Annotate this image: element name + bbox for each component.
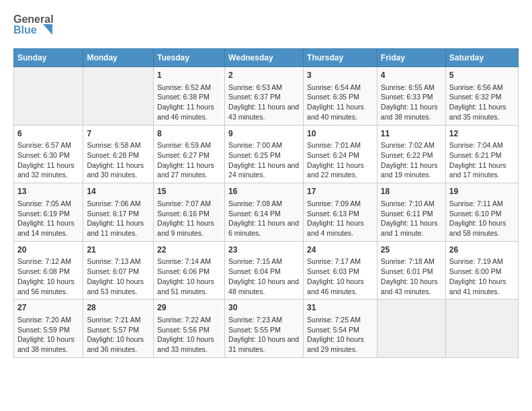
day-info: Daylight: 10 hours and 51 minutes.	[157, 277, 221, 296]
day-info: Sunset: 6:25 PM	[228, 150, 300, 161]
day-number: 1	[157, 70, 221, 81]
day-number: 28	[87, 302, 150, 314]
day-cell: 10Sunrise: 7:01 AMSunset: 6:24 PMDayligh…	[304, 125, 378, 183]
day-info: Daylight: 11 hours and 9 minutes.	[157, 218, 221, 238]
week-row-2: 6Sunrise: 6:57 AMSunset: 6:30 PMDaylight…	[14, 125, 519, 183]
col-header-tuesday: Tuesday	[154, 49, 225, 67]
day-info: Sunrise: 7:04 AM	[449, 140, 515, 150]
day-number: 2	[228, 70, 300, 81]
day-info: Daylight: 10 hours and 48 minutes.	[228, 277, 300, 296]
day-cell: 28Sunrise: 7:21 AMSunset: 5:57 PMDayligh…	[83, 300, 154, 358]
day-info: Sunset: 6:35 PM	[307, 92, 373, 102]
week-row-1: 1Sunrise: 6:52 AMSunset: 6:38 PMDaylight…	[14, 67, 519, 126]
day-cell: 21Sunrise: 7:13 AMSunset: 6:07 PMDayligh…	[83, 241, 154, 300]
day-info: Sunset: 6:10 PM	[449, 209, 515, 219]
day-info: Daylight: 11 hours and 32 minutes.	[17, 161, 79, 180]
day-cell: 3Sunrise: 6:54 AMSunset: 6:35 PMDaylight…	[304, 67, 378, 126]
day-info: Sunrise: 7:25 AM	[307, 315, 373, 325]
page-header: General Blue	[13, 11, 519, 40]
day-number: 31	[307, 302, 373, 314]
day-number: 3	[307, 70, 373, 81]
day-number: 24	[307, 244, 373, 256]
week-row-5: 27Sunrise: 7:20 AMSunset: 5:59 PMDayligh…	[14, 300, 519, 358]
day-info: Sunset: 6:01 PM	[381, 267, 442, 277]
day-info: Sunrise: 6:54 AM	[307, 83, 373, 93]
day-number: 21	[87, 244, 150, 256]
day-info: Daylight: 11 hours and 19 minutes.	[381, 161, 442, 180]
day-cell: 17Sunrise: 7:09 AMSunset: 6:13 PMDayligh…	[304, 183, 378, 242]
day-info: Daylight: 10 hours and 43 minutes.	[381, 277, 442, 296]
day-cell: 22Sunrise: 7:14 AMSunset: 6:06 PMDayligh…	[154, 241, 225, 300]
day-info: Sunrise: 6:56 AM	[449, 83, 515, 93]
day-number: 22	[157, 244, 221, 256]
day-cell: 8Sunrise: 6:59 AMSunset: 6:27 PMDaylight…	[154, 125, 225, 183]
day-cell: 4Sunrise: 6:55 AMSunset: 6:33 PMDaylight…	[377, 67, 445, 126]
day-info: Daylight: 11 hours and 40 minutes.	[307, 102, 373, 122]
day-info: Sunset: 6:17 PM	[87, 209, 150, 219]
day-info: Daylight: 10 hours and 53 minutes.	[87, 277, 150, 296]
col-header-thursday: Thursday	[304, 49, 378, 67]
day-number: 12	[449, 128, 515, 140]
day-number: 11	[381, 128, 442, 140]
day-cell: 27Sunrise: 7:20 AMSunset: 5:59 PMDayligh…	[14, 300, 83, 358]
day-info: Daylight: 11 hours and 4 minutes.	[307, 218, 373, 238]
day-info: Sunset: 6:07 PM	[87, 267, 150, 277]
svg-text:General: General	[13, 13, 54, 25]
day-info: Sunset: 6:16 PM	[157, 209, 221, 219]
day-cell: 5Sunrise: 6:56 AMSunset: 6:32 PMDaylight…	[445, 67, 518, 126]
day-info: Sunrise: 7:18 AM	[381, 257, 442, 267]
day-info: Sunrise: 6:52 AM	[157, 83, 221, 93]
day-number: 30	[228, 302, 300, 314]
day-info: Daylight: 11 hours and 38 minutes.	[381, 102, 442, 122]
day-number: 26	[449, 244, 515, 256]
day-info: Daylight: 11 hours and 35 minutes.	[449, 102, 515, 122]
col-header-friday: Friday	[377, 49, 445, 67]
col-header-wednesday: Wednesday	[225, 49, 304, 67]
day-info: Daylight: 10 hours and 29 minutes.	[307, 334, 373, 354]
day-info: Daylight: 10 hours and 56 minutes.	[17, 277, 79, 296]
day-cell: 12Sunrise: 7:04 AMSunset: 6:21 PMDayligh…	[445, 125, 518, 183]
day-number: 10	[307, 128, 373, 140]
day-cell: 1Sunrise: 6:52 AMSunset: 6:38 PMDaylight…	[154, 67, 225, 126]
logo: General Blue	[13, 11, 54, 40]
day-number: 6	[17, 128, 79, 140]
calendar-table: SundayMondayTuesdayWednesdayThursdayFrid…	[13, 48, 519, 358]
col-header-monday: Monday	[83, 49, 154, 67]
day-info: Sunset: 6:13 PM	[307, 209, 373, 219]
day-cell: 2Sunrise: 6:53 AMSunset: 6:37 PMDaylight…	[225, 67, 304, 126]
day-number: 29	[157, 302, 221, 314]
day-number: 4	[381, 70, 442, 81]
logo-icon: General Blue	[13, 11, 54, 40]
day-info: Daylight: 10 hours and 33 minutes.	[157, 334, 221, 354]
day-info: Sunrise: 6:58 AM	[87, 140, 150, 150]
day-info: Daylight: 10 hours and 31 minutes.	[228, 334, 300, 354]
day-number: 25	[381, 244, 442, 256]
day-info: Sunrise: 7:21 AM	[87, 315, 150, 325]
svg-marker-2	[43, 24, 52, 35]
day-number: 19	[449, 186, 515, 197]
day-info: Sunset: 5:59 PM	[17, 325, 79, 335]
day-info: Sunrise: 7:01 AM	[307, 140, 373, 150]
day-info: Sunrise: 6:55 AM	[381, 83, 442, 93]
day-cell	[83, 67, 154, 126]
day-info: Sunset: 6:04 PM	[228, 267, 300, 277]
day-info: Sunrise: 7:13 AM	[87, 257, 150, 267]
day-number: 18	[381, 186, 442, 197]
day-info: Sunset: 6:08 PM	[17, 267, 79, 277]
day-info: Sunrise: 7:00 AM	[228, 140, 300, 150]
day-cell: 7Sunrise: 6:58 AMSunset: 6:28 PMDaylight…	[83, 125, 154, 183]
day-cell: 19Sunrise: 7:11 AMSunset: 6:10 PMDayligh…	[445, 183, 518, 242]
col-header-sunday: Sunday	[14, 49, 83, 67]
day-number: 27	[17, 302, 79, 314]
day-number: 14	[87, 186, 150, 197]
day-info: Sunset: 6:37 PM	[228, 92, 300, 102]
day-info: Sunset: 6:32 PM	[449, 92, 515, 102]
day-cell: 25Sunrise: 7:18 AMSunset: 6:01 PMDayligh…	[377, 241, 445, 300]
day-info: Daylight: 10 hours and 41 minutes.	[449, 277, 515, 296]
day-cell: 6Sunrise: 6:57 AMSunset: 6:30 PMDaylight…	[14, 125, 83, 183]
day-info: Daylight: 11 hours and 30 minutes.	[87, 161, 150, 180]
day-info: Sunrise: 7:12 AM	[17, 257, 79, 267]
day-cell: 29Sunrise: 7:22 AMSunset: 5:56 PMDayligh…	[154, 300, 225, 358]
day-info: Daylight: 11 hours and 14 minutes.	[17, 218, 79, 238]
day-info: Sunrise: 7:09 AM	[307, 199, 373, 209]
